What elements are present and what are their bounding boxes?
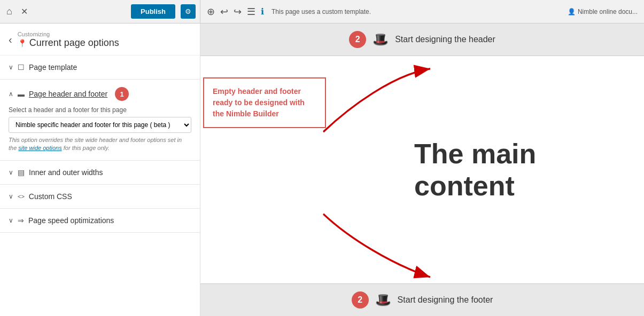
close-button[interactable]: ✕: [19, 4, 30, 19]
section-inner-outer-widths: ∨ ▤ Inner and outer widths: [0, 161, 200, 185]
info-text: This page uses a custom template.: [271, 8, 371, 15]
user-text: Nimble online docu...: [578, 8, 638, 15]
preview-header-bar[interactable]: 2 🎩 Start designing the header: [200, 23, 644, 56]
user-icon: 👤: [568, 8, 576, 15]
preview-area: 2 🎩 Start designing the header Empty hea…: [200, 23, 644, 316]
sidebar-title-text: Current page options: [29, 37, 119, 49]
section-page-header-footer-header[interactable]: ∧ ▬ Page header and footer 1: [9, 87, 191, 101]
annotation-box: Empty header and footer ready to be desi…: [203, 77, 326, 128]
header-footer-select[interactable]: Nimble specific header and footer for th…: [9, 117, 191, 133]
redo-button[interactable]: ↪: [234, 6, 242, 18]
main-content-text: The main content: [414, 138, 623, 202]
main-layout: ‹ Customizing 📍 Current page options ∨ ☐…: [0, 23, 644, 316]
top-bar-left: ⌂ ✕ Publish ⚙: [0, 0, 200, 23]
menu-button[interactable]: ☰: [247, 6, 255, 18]
section-page-template-header[interactable]: ∨ ☐ Page template: [9, 63, 191, 72]
section-page-header-footer-content: Select a header and a footer for this pa…: [9, 106, 191, 153]
undo-button[interactable]: ↩: [220, 6, 228, 18]
add-icon-button[interactable]: ⊕: [207, 6, 215, 18]
inner-outer-toggle: ∨: [9, 169, 13, 176]
page-header-footer-toggle: ∧: [9, 90, 13, 98]
section-inner-outer-widths-header[interactable]: ∨ ▤ Inner and outer widths: [9, 168, 191, 177]
top-bar: ⌂ ✕ Publish ⚙ ⊕ ↩ ↪ ☰ ℹ This page uses a…: [0, 0, 644, 23]
badge-1: 1: [115, 87, 129, 101]
footer-designer-icon: 🎩: [375, 293, 391, 307]
location-icon: 📍: [18, 39, 27, 48]
custom-css-icon: <>: [18, 193, 25, 200]
page-template-title: Page template: [29, 63, 77, 72]
header-start-designing-text: Start designing the header: [395, 35, 495, 44]
customizing-label: Customizing: [18, 31, 119, 37]
footer-badge: 2: [352, 291, 369, 309]
back-button[interactable]: ‹: [9, 34, 12, 46]
select-label: Select a header and a footer for this pa…: [9, 106, 191, 114]
sidebar-header: ‹ Customizing 📍 Current page options: [0, 23, 200, 56]
header-badge: 2: [349, 31, 366, 48]
section-page-header-footer: ∧ ▬ Page header and footer 1 Select a he…: [0, 80, 200, 161]
page-speed-title: Page speed optimizations: [28, 216, 114, 225]
page-speed-icon: ⇒: [18, 216, 24, 225]
section-page-speed: ∨ ⇒ Page speed optimizations: [0, 209, 200, 233]
site-wide-options-link[interactable]: site wide options: [18, 145, 61, 151]
section-page-speed-header[interactable]: ∨ ⇒ Page speed optimizations: [9, 216, 191, 225]
inner-outer-title: Inner and outer widths: [29, 168, 103, 177]
section-custom-css-header[interactable]: ∨ <> Custom CSS: [9, 192, 191, 201]
top-bar-right: ⊕ ↩ ↪ ☰ ℹ This page uses a custom templa…: [200, 6, 644, 18]
header-designer-icon: 🎩: [373, 32, 389, 47]
sidebar-title-block: Customizing 📍 Current page options: [18, 31, 119, 49]
page-header-footer-title: Page header and footer: [29, 90, 107, 98]
info-icon: ℹ: [261, 6, 264, 17]
page-header-footer-icon: ▬: [18, 90, 25, 98]
preview-footer-bar[interactable]: 2 🎩 Start designing the footer: [200, 283, 644, 316]
gear-button[interactable]: ⚙: [181, 4, 196, 19]
page-template-icon: ☐: [18, 63, 25, 72]
custom-css-toggle: ∨: [9, 193, 13, 200]
publish-button[interactable]: Publish: [131, 4, 175, 19]
sidebar: ‹ Customizing 📍 Current page options ∨ ☐…: [0, 23, 200, 316]
home-button[interactable]: ⌂: [4, 4, 14, 19]
inner-outer-icon: ▤: [18, 168, 25, 177]
section-custom-css: ∨ <> Custom CSS: [0, 185, 200, 209]
footer-start-designing-text: Start designing the footer: [398, 295, 493, 305]
sidebar-main-title: 📍 Current page options: [18, 37, 119, 49]
preview-main-content: Empty header and footer ready to be desi…: [200, 56, 644, 283]
user-info: 👤 Nimble online docu...: [568, 8, 638, 15]
section-page-template: ∨ ☐ Page template: [0, 56, 200, 80]
option-note: This option overrides the site wide head…: [9, 136, 191, 153]
page-template-toggle: ∨: [9, 64, 13, 71]
page-speed-toggle: ∨: [9, 217, 13, 224]
custom-css-title: Custom CSS: [29, 192, 72, 201]
